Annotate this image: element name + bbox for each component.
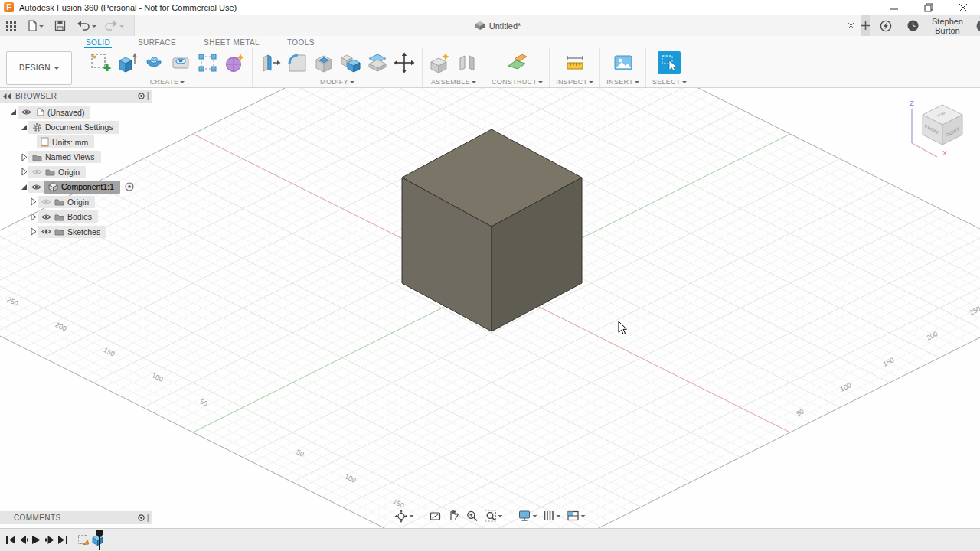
new-component-button[interactable] [429,51,452,74]
browser-tree: (Unsaved) Document Settings Units: mm [0,105,176,240]
close-document-button[interactable] [845,20,856,31]
tree-item-units[interactable]: Units: mm [37,135,94,148]
save-button[interactable] [52,17,68,35]
pattern-button[interactable] [196,51,219,74]
disclosure-collapsed-icon[interactable] [29,197,38,206]
timeline-go-to-end-button[interactable] [56,533,69,547]
ribbon-group-inspect: INSPECT [550,48,600,87]
disclosure-collapsed-icon[interactable] [29,227,38,236]
fit-button[interactable] [482,509,505,523]
tree-item-origin[interactable]: Origin [28,166,86,178]
tree-item-document-settings[interactable]: Document Settings [28,121,119,134]
timeline-position-marker[interactable] [95,530,104,551]
tab-solid[interactable]: SOLID [84,38,112,48]
insert-dropdown[interactable]: INSERT [606,77,639,86]
tab-surface[interactable]: SURFACE [136,38,178,48]
file-menu-button[interactable] [24,17,46,35]
extrude-button[interactable] [116,51,139,74]
measure-button[interactable] [564,51,586,74]
display-settings-button[interactable] [516,509,540,523]
disclosure-expanded-icon[interactable] [9,108,18,116]
tree-item-bodies[interactable]: Bodies [38,210,98,223]
disclosure-collapsed-icon[interactable] [20,153,28,161]
move-copy-icon [394,52,415,73]
assemble-dropdown[interactable]: ASSEMBLE [429,77,479,86]
tree-item-comp-origin[interactable]: Origin [38,196,95,208]
combine-button[interactable] [339,51,362,74]
modify-dropdown[interactable]: MODIFY [259,77,416,86]
minimize-button[interactable] [877,0,911,15]
select-button[interactable] [658,51,681,74]
construct-plane-button[interactable] [506,51,529,74]
browser-collapse-button[interactable] [3,93,11,99]
browser-resize-handle[interactable] [147,92,149,100]
inspect-dropdown[interactable]: INSPECT [556,77,593,86]
grid-display-button[interactable] [541,509,564,523]
help-button[interactable]: ? [974,17,980,35]
viewports-icon [567,510,580,522]
shell-button[interactable] [312,51,335,74]
timeline-step-forward-button[interactable] [43,533,56,547]
tab-tools[interactable]: TOOLS [286,38,316,48]
user-account-button[interactable]: Stephen Burton [932,17,963,35]
timeline-sketch-feature[interactable] [77,533,90,546]
view-cube[interactable]: Z X TOP FRONT RIGHT [899,96,975,163]
job-status-button[interactable] [905,17,921,35]
viewport[interactable]: 250200150100505010015025020015010050 Z X… [0,88,980,528]
disclosure-collapsed-icon[interactable] [20,168,28,176]
workspace-design-button[interactable]: DESIGN [6,51,72,85]
pan-button[interactable] [446,509,462,523]
create-form-icon [224,52,245,73]
timeline-go-to-start-button[interactable] [4,533,17,547]
folder-icon [32,153,42,161]
folder-icon [54,197,64,206]
disclosure-collapsed-icon[interactable] [29,213,38,221]
hole-button[interactable] [169,51,192,74]
tree-item-component1-selected[interactable]: Component1:1 [44,181,120,194]
app-grid-icon [5,21,16,31]
timeline-play-button[interactable] [30,533,43,547]
app-grid-button[interactable] [3,17,18,35]
component1-visibility-toggle[interactable] [28,181,44,193]
comments-resize-handle[interactable] [147,514,149,522]
disclosure-expanded-icon[interactable] [20,123,28,132]
create-form-button[interactable] [223,51,246,74]
browser-options-button[interactable] [138,93,145,99]
revolve-button[interactable] [142,51,165,74]
document-tab[interactable]: Untitled* [134,15,861,36]
tree-item-sketches[interactable]: Sketches [38,226,106,238]
insert-image-button[interactable] [612,51,635,74]
orbit-button[interactable] [393,509,416,523]
zoom-button[interactable] [464,509,481,523]
restore-button[interactable] [911,0,946,15]
redo-button[interactable] [102,17,126,35]
undo-button[interactable] [74,17,99,35]
construct-dropdown[interactable]: CONSTRUCT [492,77,543,86]
new-document-tab-button[interactable] [861,15,870,36]
redo-caret [119,25,124,30]
move-copy-button[interactable] [393,51,416,74]
create-dropdown[interactable]: CREATE [89,77,246,86]
split-body-button[interactable] [366,51,389,74]
look-at-button[interactable] [427,509,444,523]
close-tab-icon [848,22,854,29]
fillet-icon [286,52,308,73]
create-sketch-button[interactable] [89,51,112,74]
close-button[interactable] [946,0,980,15]
comments-options-button[interactable] [138,514,145,521]
tree-item-unsaved[interactable]: (Unsaved) [18,106,90,119]
activate-component-radio[interactable] [125,182,134,191]
disclosure-expanded-icon[interactable] [20,183,28,191]
tab-sheet-metal[interactable]: SHEET METAL [202,38,261,48]
viewports-button[interactable] [565,510,588,523]
joint-button[interactable] [456,51,479,74]
eye-visible-icon [41,213,51,221]
press-pull-button[interactable] [259,51,282,74]
tree-item-named-views[interactable]: Named Views [28,151,101,163]
quick-access-toolbar: Untitled* Stephen Burton ? [0,15,980,36]
extensions-button[interactable] [877,17,894,35]
design-caret [54,67,59,72]
fillet-button[interactable] [286,51,309,74]
select-dropdown[interactable]: SELECT [652,77,687,86]
timeline-step-back-button[interactable] [17,533,30,547]
